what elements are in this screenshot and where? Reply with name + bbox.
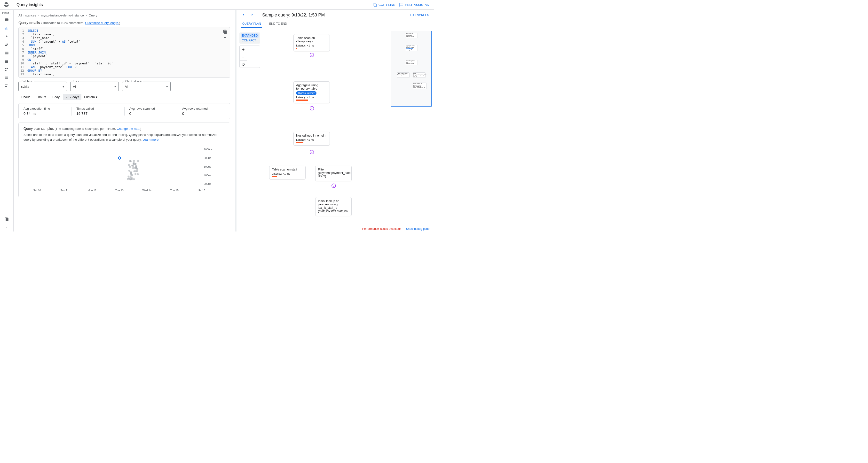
learn-more-link[interactable]: Learn more: [143, 138, 158, 141]
stat-rows-returned: Avg rows returned 0: [177, 107, 230, 115]
left-sidebar: PRIM... ›: [0, 10, 13, 232]
svg-text:Wed 14: Wed 14: [142, 189, 151, 192]
plan-node-filter[interactable]: Filter: (payment.payment_date like ?): [315, 166, 351, 181]
database-select[interactable]: Database sakila ▾: [19, 81, 67, 91]
samples-rate: (The sampling rate is 5 samples per minu…: [55, 127, 141, 131]
dropdown-icon: ▾: [63, 85, 64, 88]
filters-row: Database sakila ▾ User All ▾ Client addr…: [13, 80, 235, 94]
time-range-row: 1 hour 6 hours 1 day 7 days Custom ▾: [13, 94, 235, 103]
next-sample-button[interactable]: [250, 12, 254, 18]
svg-text:Thu 15: Thu 15: [170, 189, 179, 192]
dropdown-icon: ▾: [114, 85, 116, 88]
plan-node-index-lookup[interactable]: Index lookup on payment using idx_fk_sta…: [315, 197, 351, 216]
plan-node-aggregate[interactable]: Aggregate using temporary table Highest …: [293, 81, 330, 103]
svg-text:1000us: 1000us: [204, 148, 213, 151]
chevron-right-icon: ›: [86, 13, 87, 17]
svg-text:Sun 11: Sun 11: [60, 189, 69, 192]
copy-link-button[interactable]: COPY LINK: [373, 3, 395, 7]
time-custom[interactable]: Custom ▾: [84, 95, 97, 99]
highest-latency-badge: Highest latency: [296, 91, 316, 95]
plan-footer-messages: Performance issues detected! Show debug …: [362, 227, 430, 231]
sidebar-item-backups[interactable]: [2, 57, 12, 65]
stat-times-called: Times called 19,737: [71, 107, 124, 115]
stat-label: Times called: [76, 107, 119, 110]
sidebar-item-replicas[interactable]: [2, 65, 12, 74]
svg-point-41: [130, 173, 132, 175]
sidebar-expand-button[interactable]: ›: [2, 223, 12, 232]
stat-value: 0: [182, 111, 225, 115]
svg-point-47: [129, 160, 131, 162]
node-expander[interactable]: ⌄: [310, 150, 314, 154]
query-details-truncated: (Truncated to 1024 characters. Customize…: [41, 21, 120, 25]
client-address-select[interactable]: Client address All ▾: [122, 81, 170, 91]
stat-value: 0.34 ms: [24, 111, 66, 115]
samples-scatter-chart[interactable]: Sat 10Sun 11Mon 12Tue 13Wed 14Thu 15Fri …: [24, 145, 225, 193]
sidebar-item-users[interactable]: [2, 41, 12, 49]
plan-minimap[interactable]: Table scan on <temporary>Latency: <1 ms …: [391, 31, 432, 106]
query-details-header: Query details (Truncated to 1024 charact…: [13, 19, 235, 26]
toggle-compact[interactable]: COMPACT: [241, 38, 258, 43]
dropdown-icon: ▾: [166, 85, 168, 88]
plan-node-table-scan-temp[interactable]: Table scan on <temporary> Latency: <1 ms: [293, 34, 330, 51]
svg-text:Tue 13: Tue 13: [115, 189, 124, 192]
tab-end-to-end[interactable]: END TO END: [268, 20, 288, 28]
svg-point-27: [128, 164, 130, 166]
query-plan-samples-card: Query plan samples (The sampling rate is…: [19, 123, 230, 197]
zoom-out-button[interactable]: －: [240, 53, 247, 60]
user-select[interactable]: User All ▾: [70, 81, 119, 91]
sidebar-item-connections[interactable]: [2, 32, 12, 41]
crumb-instance[interactable]: mysql-instance-demo-instance: [41, 13, 84, 17]
plan-tabs: QUERY PLAN END TO END: [237, 19, 434, 28]
user-value: All: [73, 85, 114, 88]
sidebar-item-overview[interactable]: [2, 16, 12, 24]
svg-text:200us: 200us: [204, 183, 211, 185]
plan-node-table-scan-staff[interactable]: Table scan on staff Latency: <1 ms: [269, 166, 306, 179]
stats-row: Avg execution time 0.34 ms Times called …: [19, 103, 230, 119]
toggle-expanded[interactable]: EXPANDED: [241, 33, 258, 38]
zoom-reset-button[interactable]: [240, 60, 247, 68]
stat-label: Avg execution time: [24, 107, 66, 110]
product-logo: [3, 1, 10, 8]
fullscreen-button[interactable]: FULLSCREEN: [410, 13, 429, 17]
time-1day[interactable]: 1 day: [50, 94, 62, 100]
zoom-controls: ＋ －: [240, 45, 260, 68]
svg-point-52: [134, 163, 136, 165]
sidebar-item-operations[interactable]: [2, 74, 12, 82]
svg-point-33: [132, 167, 134, 169]
sidebar-item-settings[interactable]: [2, 82, 12, 90]
plan-header: Sample query: 9/13/22, 1:53 PM FULLSCREE…: [237, 10, 434, 19]
time-7days[interactable]: 7 days: [63, 94, 82, 100]
collapse-code-icon[interactable]: [223, 35, 227, 40]
sidebar-item-docs[interactable]: [2, 215, 12, 223]
time-6hours[interactable]: 6 hours: [33, 94, 49, 100]
zoom-in-button[interactable]: ＋: [240, 46, 247, 53]
plan-diagram-area[interactable]: EXPANDED COMPACT ＋ － Table scan on <temp…: [237, 28, 434, 232]
samples-title: Query plan samples: [24, 127, 54, 131]
crumb-all-instances[interactable]: All instances: [19, 13, 36, 17]
copy-code-icon[interactable]: [223, 29, 227, 34]
node-expander[interactable]: ⌄: [310, 53, 314, 57]
prev-sample-button[interactable]: [241, 12, 246, 18]
node-expander[interactable]: ⌄: [310, 106, 314, 110]
plan-node-nested-loop[interactable]: Nested loop inner join Latency: <1 ms: [293, 132, 330, 145]
node-expander[interactable]: ⌄: [332, 184, 336, 188]
change-rate-link[interactable]: Change the rate.: [117, 127, 140, 131]
customize-query-length-link[interactable]: Customize query length.: [85, 21, 119, 25]
svg-point-34: [137, 173, 139, 175]
help-assistant-button[interactable]: HELP ASSISTANT: [399, 3, 431, 7]
tab-query-plan[interactable]: QUERY PLAN: [241, 20, 262, 28]
svg-point-28: [129, 166, 131, 168]
breadcrumb: All instances › mysql-instance-demo-inst…: [13, 10, 235, 19]
svg-point-48: [133, 160, 135, 162]
svg-point-29: [129, 178, 131, 180]
sample-query-title: Sample query: 9/13/22, 1:53 PM: [262, 12, 325, 18]
help-assistant-label: HELP ASSISTANT: [405, 3, 431, 6]
show-debug-panel-link[interactable]: Show debug panel: [406, 227, 430, 231]
time-1hour[interactable]: 1 hour: [19, 94, 32, 100]
svg-text:Sat 10: Sat 10: [33, 189, 41, 192]
sidebar-item-insights[interactable]: [2, 24, 12, 32]
svg-point-32: [134, 173, 136, 175]
crumb-query[interactable]: Query: [89, 13, 97, 17]
query-details-title: Query details: [19, 21, 40, 25]
sidebar-item-databases[interactable]: [2, 49, 12, 57]
